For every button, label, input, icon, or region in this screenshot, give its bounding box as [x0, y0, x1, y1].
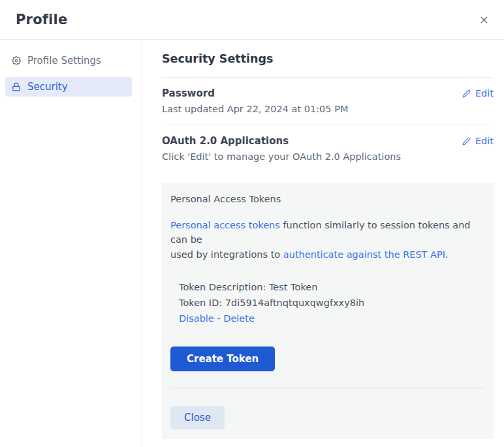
- intro-text: .: [445, 249, 449, 260]
- password-label: Password: [162, 87, 215, 99]
- sidebar-item-profile-settings[interactable]: Profile Settings: [5, 51, 132, 70]
- personal-access-tokens-link[interactable]: Personal access tokens: [170, 220, 280, 230]
- password-last-updated: Last updated Apr 22, 2024 at 01:05 PM: [162, 104, 494, 114]
- token-description-value: Test Token: [269, 282, 317, 292]
- main-content: Security Settings Password Edit Last upd…: [142, 40, 504, 447]
- disable-token-link[interactable]: Disable: [179, 313, 214, 324]
- personal-access-tokens-panel: Personal Access Tokens Personal access t…: [162, 183, 494, 439]
- sidebar: Profile Settings Security: [0, 40, 142, 447]
- panel-intro-text: Personal access tokens function similarl…: [170, 218, 485, 262]
- lock-icon: [12, 82, 21, 91]
- edit-link-label: Edit: [475, 88, 494, 99]
- create-token-button[interactable]: Create Token: [170, 347, 275, 371]
- password-section: Password Edit Last updated Apr 22, 2024 …: [162, 78, 494, 125]
- token-details: Token Description: Test Token Token ID: …: [179, 279, 485, 326]
- edit-link-label: Edit: [475, 136, 494, 146]
- close-button[interactable]: [476, 12, 492, 28]
- panel-title: Personal Access Tokens: [170, 194, 485, 204]
- token-id-label: Token ID:: [179, 298, 225, 308]
- modal-header: Profile: [0, 0, 504, 40]
- close-panel-button[interactable]: Close: [170, 406, 225, 429]
- sidebar-item-label: Profile Settings: [27, 55, 101, 67]
- modal-body: Profile Settings Security Security Setti…: [0, 40, 504, 447]
- divider: [170, 388, 485, 388]
- sidebar-item-security[interactable]: Security: [5, 77, 132, 97]
- oauth-section: OAuth 2.0 Applications Edit Click 'Edit'…: [162, 125, 494, 172]
- token-description-label: Token Description:: [179, 282, 269, 292]
- close-icon: [479, 14, 490, 25]
- sidebar-item-label: Security: [27, 81, 68, 93]
- oauth-description: Click 'Edit' to manage your OAuth 2.0 Ap…: [162, 151, 494, 162]
- page-title: Profile: [16, 12, 67, 27]
- rest-api-link[interactable]: authenticate against the REST API: [283, 249, 445, 260]
- section-title: Security Settings: [162, 52, 494, 65]
- pencil-icon: [462, 137, 471, 146]
- token-id-value: 7di5914aftnqtquxqwgfxxy8ih: [225, 298, 364, 308]
- edit-password-link[interactable]: Edit: [462, 88, 494, 99]
- edit-oauth-link[interactable]: Edit: [462, 136, 494, 146]
- oauth-label: OAuth 2.0 Applications: [162, 135, 289, 147]
- token-description-row: Token Description: Test Token: [179, 279, 485, 295]
- token-actions-row: Disable - Delete: [179, 311, 485, 326]
- token-actions-separator: -: [214, 313, 223, 324]
- pencil-icon: [462, 89, 471, 98]
- intro-text: used by integrations to: [170, 249, 283, 260]
- token-id-row: Token ID: 7di5914aftnqtquxqwgfxxy8ih: [179, 295, 485, 311]
- gear-icon: [12, 56, 21, 65]
- delete-token-link[interactable]: Delete: [223, 313, 255, 324]
